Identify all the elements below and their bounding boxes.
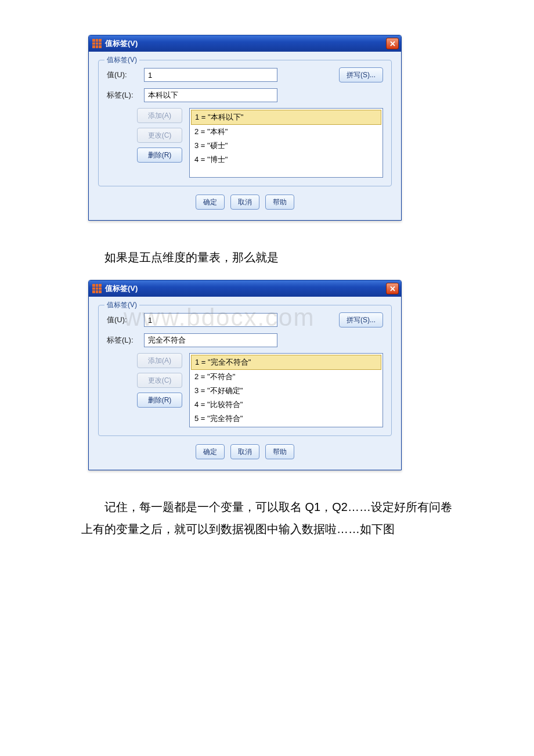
titlebar-left: 值标签(V) (92, 38, 138, 49)
label-row: 标签(L): (107, 333, 383, 347)
paragraph-between: 如果是五点维度的量表，那么就是 (81, 246, 453, 268)
close-icon: ✕ (389, 285, 396, 293)
add-button[interactable]: 添加(A) (137, 108, 182, 123)
value-field-label: 值(U): (107, 70, 139, 80)
list-item[interactable]: 3 = "不好确定" (191, 384, 381, 398)
app-icon (92, 284, 102, 293)
value-labels-group: 值标签(V) 值(U): 拼写(S)... 标签(L): 添加(A) 更改(C)… (98, 305, 392, 436)
spell-button[interactable]: 拼写(S)... (339, 312, 383, 327)
value-labels-group: 值标签(V) 值(U): 拼写(S)... 标签(L): 添加(A) 更改(C)… (98, 60, 392, 186)
value-labels-dialog-1: 值标签(V) ✕ 值标签(V) 值(U): 拼写(S)... 标签(L): (88, 35, 402, 221)
label-input[interactable] (144, 88, 277, 102)
cancel-button[interactable]: 取消 (230, 195, 259, 210)
value-labels-dialog-2: 值标签(V) ✕ 值标签(V) 值(U): 拼写(S)... 标签(L): (88, 280, 402, 470)
list-item[interactable]: 3 = "硕士" (191, 139, 381, 153)
change-button[interactable]: 更改(C) (137, 373, 182, 388)
label-field-label: 标签(L): (107, 90, 139, 100)
dialog-title: 值标签(V) (105, 38, 138, 49)
cancel-button[interactable]: 取消 (230, 444, 259, 459)
value-input[interactable] (144, 313, 277, 327)
ok-button[interactable]: 确定 (196, 444, 225, 459)
close-icon: ✕ (389, 39, 396, 48)
change-button[interactable]: 更改(C) (137, 128, 182, 143)
value-row: 值(U): 拼写(S)... (107, 67, 383, 82)
label-field-label: 标签(L): (107, 335, 139, 345)
list-item[interactable]: 4 = "比较符合" (191, 398, 381, 412)
value-field-label: 值(U): (107, 315, 139, 325)
list-item[interactable]: 5 = "完全符合" (191, 412, 381, 426)
value-input[interactable] (144, 68, 277, 82)
close-button[interactable]: ✕ (386, 283, 399, 294)
value-row: 值(U): 拼写(S)... (107, 312, 383, 327)
delete-button[interactable]: 删除(R) (137, 147, 182, 163)
action-row: 确定 取消 帮助 (98, 444, 392, 459)
list-item[interactable]: 4 = "博士" (191, 153, 381, 167)
paragraph-after: 记住，每一题都是一个变量，可以取名 Q1，Q2……设定好所有问卷上有的变量之后，… (81, 496, 453, 540)
label-row: 标签(L): (107, 88, 383, 102)
group-legend: 值标签(V) (104, 55, 139, 65)
list-item[interactable]: 1 = "本科以下" (191, 110, 381, 125)
add-button[interactable]: 添加(A) (137, 353, 182, 368)
group-legend: 值标签(V) (104, 300, 139, 310)
label-input[interactable] (144, 333, 277, 347)
list-item[interactable]: 2 = "不符合" (191, 370, 381, 384)
action-row: 确定 取消 帮助 (98, 195, 392, 210)
close-button[interactable]: ✕ (386, 38, 399, 49)
titlebar[interactable]: 值标签(V) ✕ (89, 280, 401, 297)
side-buttons: 添加(A) 更改(C) 删除(R) (137, 108, 182, 163)
titlebar[interactable]: 值标签(V) ✕ (89, 35, 401, 52)
dialog-body: 值标签(V) 值(U): 拼写(S)... 标签(L): 添加(A) 更改(C)… (89, 297, 401, 470)
value-list[interactable]: 1 = "本科以下"2 = "本科"3 = "硕士"4 = "博士" (189, 108, 383, 178)
list-area: 添加(A) 更改(C) 删除(R) 1 = "本科以下"2 = "本科"3 = … (107, 108, 383, 178)
spell-button[interactable]: 拼写(S)... (339, 67, 383, 82)
help-button[interactable]: 帮助 (265, 195, 294, 210)
dialog-title: 值标签(V) (105, 283, 138, 294)
titlebar-left: 值标签(V) (92, 283, 138, 294)
dialog-body: 值标签(V) 值(U): 拼写(S)... 标签(L): 添加(A) 更改(C)… (89, 52, 401, 220)
help-button[interactable]: 帮助 (265, 444, 294, 459)
delete-button[interactable]: 删除(R) (137, 393, 182, 408)
list-item[interactable]: 2 = "本科" (191, 125, 381, 139)
value-list[interactable]: 1 = "完全不符合"2 = "不符合"3 = "不好确定"4 = "比较符合"… (189, 353, 383, 427)
list-item[interactable]: 1 = "完全不符合" (191, 355, 381, 370)
side-buttons: 添加(A) 更改(C) 删除(R) (137, 353, 182, 408)
app-icon (92, 39, 102, 48)
ok-button[interactable]: 确定 (196, 195, 225, 210)
list-area: 添加(A) 更改(C) 删除(R) 1 = "完全不符合"2 = "不符合"3 … (107, 353, 383, 427)
